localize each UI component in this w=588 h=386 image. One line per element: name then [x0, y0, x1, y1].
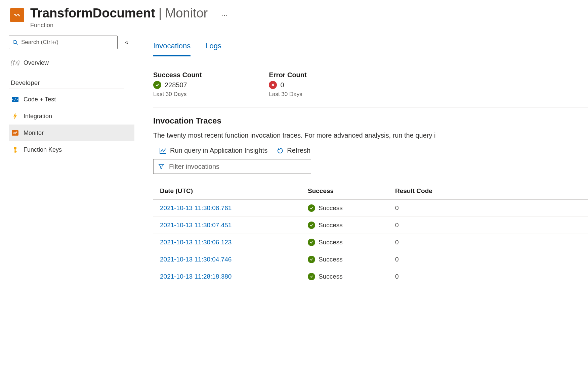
- filter-invocations-input[interactable]: Filter invocations: [153, 159, 311, 174]
- tabs: Invocations Logs: [153, 42, 588, 56]
- run-query-label: Run query in Application Insights: [170, 147, 267, 154]
- stat-error-value: 0: [280, 81, 284, 89]
- filter-icon: [158, 163, 164, 170]
- sidebar: « {ƒx} Overview Developer </> Code + Tes…: [0, 32, 134, 386]
- stat-error-label: Error Count: [269, 71, 306, 79]
- filter-placeholder: Filter invocations: [169, 163, 219, 171]
- table-row: 2021-10-13 11:30:06.123Success0: [153, 234, 588, 251]
- main-divider: [153, 107, 588, 107]
- more-actions-button[interactable]: ⋯: [221, 11, 228, 19]
- trace-date-link[interactable]: 2021-10-13 11:30:07.451: [160, 222, 308, 229]
- sidebar-item-monitor[interactable]: Monitor: [9, 125, 134, 141]
- svg-point-0: [13, 40, 16, 44]
- search-icon: [12, 40, 18, 45]
- function-app-icon: [10, 8, 24, 22]
- trace-date-link[interactable]: 2021-10-13 11:30:08.761: [160, 204, 308, 212]
- sidebar-divider: [9, 89, 124, 89]
- svg-point-5: [14, 147, 16, 149]
- trace-success-cell: Success: [308, 222, 395, 229]
- search-box[interactable]: [9, 36, 118, 49]
- page-title-name: TransformDocument: [30, 6, 155, 20]
- trace-date-link[interactable]: 2021-10-13 11:30:06.123: [160, 239, 308, 246]
- trace-status: Success: [319, 239, 343, 246]
- sidebar-item-overview[interactable]: {ƒx} Overview: [9, 54, 134, 71]
- check-circle-icon: [308, 256, 315, 263]
- table-row: 2021-10-13 11:30:04.746Success0: [153, 251, 588, 268]
- table-row: 2021-10-13 11:30:07.451Success0: [153, 217, 588, 234]
- trace-success-cell: Success: [308, 273, 395, 280]
- x-circle-icon: [269, 81, 277, 89]
- check-circle-icon: [308, 239, 315, 246]
- sidebar-item-function-keys[interactable]: Function Keys: [9, 141, 134, 158]
- sidebar-item-label: Overview: [24, 59, 49, 66]
- stat-error: Error Count 0 Last 30 Days: [269, 71, 306, 98]
- trace-status: Success: [319, 256, 343, 263]
- page-header: TransformDocument | Monitor ⋯ Function: [0, 0, 588, 32]
- stat-error-period: Last 30 Days: [269, 91, 306, 98]
- svg-line-1: [16, 43, 17, 45]
- check-circle-icon: [308, 204, 315, 212]
- table-row: 2021-10-13 11:28:18.380Success0: [153, 268, 588, 285]
- tab-logs[interactable]: Logs: [205, 42, 221, 56]
- table-row: 2021-10-13 11:30:08.761Success0: [153, 200, 588, 217]
- col-success: Success: [308, 187, 395, 195]
- traces-table-header: Date (UTC) Success Result Code: [153, 183, 588, 200]
- svg-rect-4: [12, 130, 18, 136]
- refresh-button[interactable]: Refresh: [277, 147, 310, 154]
- monitor-icon: [11, 129, 19, 137]
- traces-title: Invocation Traces: [153, 116, 588, 126]
- svg-text:</>: </>: [12, 98, 18, 101]
- stats-row: Success Count 228507 Last 30 Days Error …: [153, 71, 588, 98]
- stat-success: Success Count 228507 Last 30 Days: [153, 71, 202, 98]
- trace-date-link[interactable]: 2021-10-13 11:28:18.380: [160, 273, 308, 280]
- trace-status: Success: [319, 204, 343, 212]
- refresh-icon: [277, 147, 284, 154]
- sidebar-item-code-test[interactable]: </> Code + Test: [9, 91, 134, 108]
- sidebar-item-label: Integration: [24, 113, 52, 120]
- trace-success-cell: Success: [308, 256, 395, 263]
- sidebar-section-label: Developer: [11, 79, 134, 87]
- trace-result: 0: [395, 273, 581, 280]
- col-date: Date (UTC): [160, 187, 308, 195]
- traces-table: Date (UTC) Success Result Code 2021-10-1…: [153, 183, 588, 285]
- traces-description: The twenty most recent function invocati…: [153, 132, 588, 139]
- lightning-icon: [11, 112, 19, 120]
- search-input[interactable]: [21, 39, 114, 46]
- trace-result: 0: [395, 222, 581, 229]
- refresh-label: Refresh: [287, 147, 310, 154]
- sidebar-item-label: Function Keys: [24, 146, 62, 153]
- page-subtitle: Function: [30, 22, 228, 29]
- svg-rect-7: [15, 151, 17, 152]
- stat-success-value: 228507: [165, 81, 187, 89]
- trace-success-cell: Success: [308, 204, 395, 212]
- code-icon: </>: [11, 96, 19, 103]
- sidebar-item-label: Monitor: [24, 130, 44, 137]
- check-circle-icon: [308, 273, 315, 280]
- chart-line-icon: [159, 147, 167, 154]
- trace-result: 0: [395, 256, 581, 263]
- check-circle-icon: [153, 81, 161, 89]
- page-title-section: Monitor: [165, 6, 208, 20]
- fx-icon: {ƒx}: [11, 59, 19, 66]
- main-content: Invocations Logs Success Count 228507 La…: [134, 32, 588, 386]
- stat-success-period: Last 30 Days: [153, 91, 202, 98]
- wave-icon: [13, 11, 21, 19]
- stat-success-label: Success Count: [153, 71, 202, 79]
- collapse-sidebar-button[interactable]: «: [123, 37, 130, 48]
- trace-status: Success: [319, 273, 343, 280]
- sidebar-item-integration[interactable]: Integration: [9, 108, 134, 125]
- check-circle-icon: [308, 222, 315, 229]
- key-icon: [11, 146, 19, 153]
- trace-success-cell: Success: [308, 239, 395, 246]
- sidebar-item-label: Code + Test: [24, 96, 56, 103]
- trace-date-link[interactable]: 2021-10-13 11:30:04.746: [160, 256, 308, 263]
- run-query-button[interactable]: Run query in Application Insights: [159, 147, 267, 154]
- tab-invocations[interactable]: Invocations: [153, 42, 191, 56]
- trace-status: Success: [319, 222, 343, 229]
- trace-result: 0: [395, 239, 581, 246]
- trace-result: 0: [395, 204, 581, 212]
- title-separator: |: [159, 6, 162, 20]
- col-result: Result Code: [395, 187, 581, 195]
